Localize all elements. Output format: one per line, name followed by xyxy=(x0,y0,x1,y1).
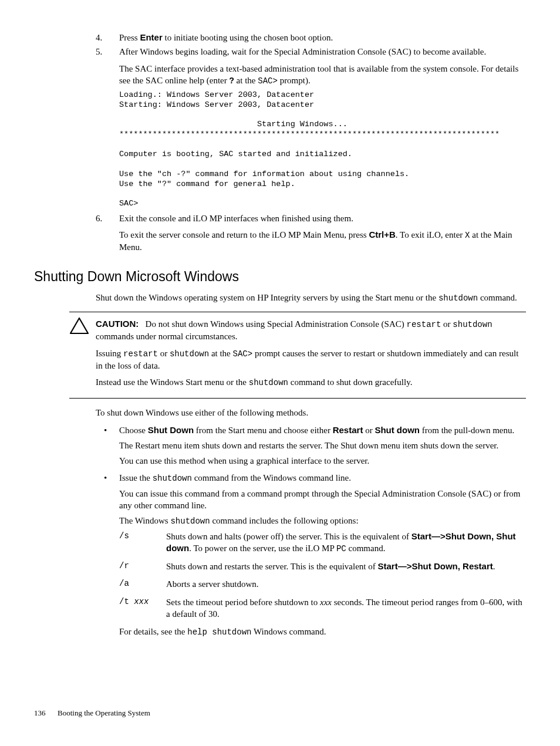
bullet-list: Choose Shut Down from the Start menu and… xyxy=(96,424,526,638)
text: command from the Windows command line. xyxy=(192,473,351,482)
text: /t xyxy=(119,597,134,606)
text: Shuts down and restarts the server. This… xyxy=(166,562,378,571)
step-6: 6. Exit the console and iLO MP interface… xyxy=(96,212,526,253)
key-enter: Enter xyxy=(140,32,162,42)
list-item: Choose Shut Down from the Start menu and… xyxy=(96,424,526,467)
text: . xyxy=(493,562,495,571)
inline-code: PC xyxy=(336,544,346,553)
text: prompt). xyxy=(278,76,311,85)
step-number: 6. xyxy=(96,212,102,224)
step-number: 4. xyxy=(96,32,102,43)
inline-code: restart xyxy=(123,349,158,359)
bold: Start—>Shut Down, Restart xyxy=(378,561,493,571)
inline-code: SAC> xyxy=(258,76,278,86)
italic: xxx xyxy=(134,597,149,606)
inline-code: shutdown xyxy=(249,378,288,387)
text: The Windows xyxy=(119,516,170,525)
option-key: /r xyxy=(119,561,166,572)
methods-intro: To shut down Windows use either of the f… xyxy=(96,407,526,418)
text: Windows command. xyxy=(251,627,326,636)
option-desc: Aborts a server shutdown. xyxy=(166,578,526,590)
inline-code: ? xyxy=(229,76,234,86)
inline-code: SAC> xyxy=(233,349,253,359)
text: at the xyxy=(209,349,232,358)
option-row: /t xxx Sets the timeout period before sh… xyxy=(119,596,526,620)
step-text: Press Enter to initiate booting using th… xyxy=(119,33,333,42)
text: For details, see the xyxy=(119,627,187,636)
paragraph: To shut down Windows use either of the f… xyxy=(96,407,526,418)
text: To exit the server console and return to… xyxy=(119,230,369,239)
inline-code: shutdown xyxy=(453,320,492,329)
text: from the Start menu and choose either xyxy=(194,426,333,435)
option-row: /r Shuts down and restarts the server. T… xyxy=(119,561,526,572)
step-number: 5. xyxy=(96,46,102,58)
bold: Shut down xyxy=(375,425,420,435)
page-footer: 136Booting the Operating System xyxy=(34,708,150,718)
option-desc: Sets the timeout period before shutdown … xyxy=(166,596,526,620)
step-4: 4. Press Enter to initiate booting using… xyxy=(96,32,526,43)
inline-code: shutdown xyxy=(438,293,478,303)
paragraph: Shut down the Windows operating system o… xyxy=(96,292,526,304)
numbered-steps: 4. Press Enter to initiate booting using… xyxy=(96,32,526,254)
option-key: /a xyxy=(119,578,166,589)
inline-code: shutdown xyxy=(170,517,210,526)
section-intro: Shut down the Windows operating system o… xyxy=(96,292,526,304)
text: at the xyxy=(234,76,258,85)
text: . To power on the server, use the iLO MP xyxy=(189,544,336,553)
text: command includes the following options: xyxy=(210,516,359,525)
section-heading: Shutting Down Microsoft Windows xyxy=(34,268,526,286)
option-key: /t xxx xyxy=(119,596,166,607)
text: Shuts down and halts (power off) the ser… xyxy=(166,532,411,541)
text: or xyxy=(158,349,170,358)
text: Choose xyxy=(119,426,148,435)
step-text: Exit the console and iLO MP interfaces w… xyxy=(119,214,353,223)
inline-code: shutdown xyxy=(153,474,192,483)
text: Press xyxy=(119,33,140,42)
paragraph: The Windows shutdown command includes th… xyxy=(119,515,526,527)
text: The SAC interface provides a text-based … xyxy=(119,64,518,85)
step-5: 5. After Windows begins loading, wait fo… xyxy=(96,46,526,209)
inline-code: help shutdown xyxy=(187,627,251,637)
text: Issue the xyxy=(119,473,153,482)
footer-title: Booting the Operating System xyxy=(58,708,150,717)
caution-label: CAUTION: xyxy=(96,319,139,329)
text: or xyxy=(363,426,375,435)
inline-code: restart xyxy=(407,320,441,329)
text: Instead use the Windows Start menu or th… xyxy=(96,377,249,387)
option-desc: Shuts down and restarts the server. This… xyxy=(166,561,526,572)
caution-icon xyxy=(69,317,89,335)
page-number: 136 xyxy=(34,708,58,718)
italic: xxx xyxy=(320,598,332,607)
bold: Shut Down xyxy=(148,425,194,435)
option-key: /s xyxy=(119,531,166,542)
paragraph: You can issue this command from a comman… xyxy=(119,488,526,512)
text: Shut down the Windows operating system o… xyxy=(96,293,438,302)
text: to initiate booting using the chosen boo… xyxy=(163,33,333,42)
text: command. xyxy=(478,293,517,302)
list-item: Issue the shutdown command from the Wind… xyxy=(96,472,526,638)
option-row: /a Aborts a server shutdown. xyxy=(119,578,526,590)
key-ctrl-b: Ctrl+B xyxy=(369,229,395,239)
option-desc: Shuts down and halts (power off) the ser… xyxy=(166,531,526,555)
text: or xyxy=(441,319,453,329)
options-table: /s Shuts down and halts (power off) the … xyxy=(119,531,526,620)
caution-paragraph: Issuing restart or shutdown at the SAC> … xyxy=(96,347,526,372)
step-text: After Windows begins loading, wait for t… xyxy=(119,47,486,56)
inline-code: shutdown xyxy=(170,349,209,359)
step-paragraph: To exit the server console and return to… xyxy=(119,229,526,253)
text: Do not shut down Windows using Special A… xyxy=(146,319,407,329)
text: Sets the timeout period before shutdown … xyxy=(166,598,320,607)
paragraph: You can use this method when using a gra… xyxy=(119,455,526,467)
text: from the pull-down menu. xyxy=(420,426,514,435)
paragraph: For details, see the help shutdown Windo… xyxy=(119,626,526,638)
text: command. xyxy=(346,544,386,553)
caution-paragraph: Instead use the Windows Start menu or th… xyxy=(96,376,526,389)
caution-paragraph: CAUTION: Do not shut down Windows using … xyxy=(96,318,526,342)
caution-box: CAUTION: Do not shut down Windows using … xyxy=(69,312,526,398)
bold: Restart xyxy=(333,425,363,435)
option-row: /s Shuts down and halts (power off) the … xyxy=(119,531,526,555)
step-paragraph: The SAC interface provides a text-based … xyxy=(119,63,526,87)
code-block: Loading.: Windows Server 2003, Datacente… xyxy=(119,90,526,210)
paragraph: The Restart menu item shuts down and res… xyxy=(119,440,526,451)
text: command to shut down gracefully. xyxy=(288,377,412,387)
